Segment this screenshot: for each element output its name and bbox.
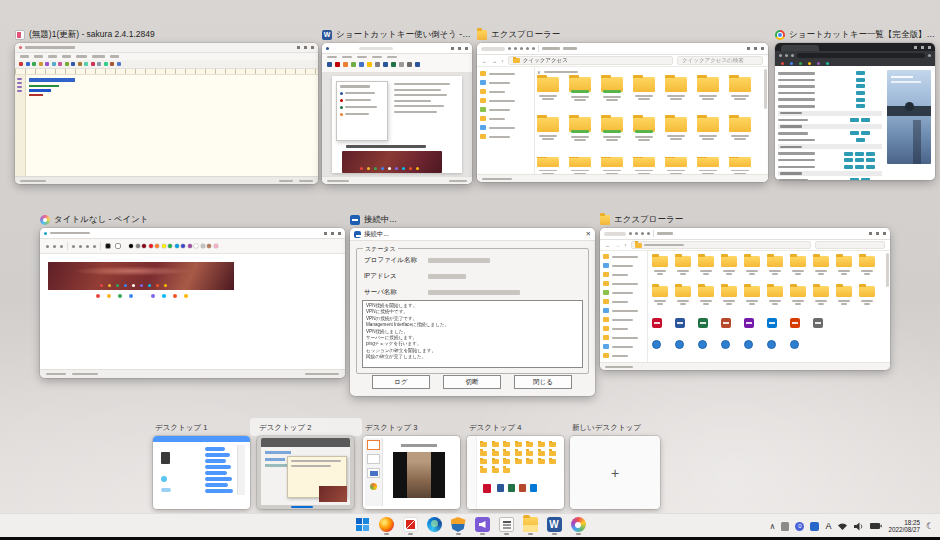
folder-item[interactable] <box>859 256 875 275</box>
folder-item[interactable] <box>569 117 591 141</box>
firefox-taskbar-button[interactable] <box>378 517 394 535</box>
folder-item[interactable] <box>675 286 691 305</box>
shortcut-icon[interactable] <box>790 340 799 349</box>
volume-icon[interactable] <box>854 522 864 531</box>
edge-taskbar-button[interactable] <box>426 517 442 535</box>
scrollbar[interactable] <box>886 253 889 287</box>
nav-item[interactable] <box>477 123 534 132</box>
ime-indicator[interactable]: A <box>825 521 831 531</box>
folder-item[interactable] <box>836 256 852 275</box>
bookmark-favicon[interactable] <box>781 62 784 65</box>
word-taskbar-button[interactable] <box>546 517 562 535</box>
folder-item[interactable] <box>601 77 623 101</box>
desktop-2-thumbnail[interactable] <box>257 436 354 509</box>
address-bar[interactable] <box>797 53 925 58</box>
focus-assist-moon-icon[interactable]: ☾ <box>926 521 934 531</box>
folder-item[interactable] <box>652 286 668 305</box>
purple-taskbar-button[interactable] <box>474 517 490 535</box>
window-card-explorer1[interactable]: エクスプローラー ← → ↑ クイックアクセス クイックアクセスの検索 <box>477 27 768 182</box>
folder-item[interactable] <box>675 256 691 275</box>
palette-color[interactable] <box>188 244 192 248</box>
shortcut-icon[interactable] <box>698 340 707 349</box>
folder-item[interactable] <box>721 256 737 275</box>
folder-item[interactable] <box>790 286 806 305</box>
bookmark-favicon[interactable] <box>799 62 802 65</box>
palette-color[interactable] <box>129 244 133 248</box>
nav-item[interactable] <box>600 270 647 279</box>
tray-chevron-icon[interactable]: ∧ <box>770 522 776 531</box>
teams-tray-icon[interactable]: 0 <box>795 522 804 531</box>
desktop-1-thumbnail[interactable] <box>153 436 250 509</box>
office-file-icon[interactable] <box>767 318 777 328</box>
nav-item[interactable] <box>600 261 647 270</box>
palette-color[interactable] <box>175 244 179 248</box>
palette-color[interactable] <box>181 244 185 248</box>
forward-icon[interactable]: → <box>492 58 498 64</box>
bookmark-favicon[interactable] <box>817 62 820 65</box>
wifi-icon[interactable] <box>837 522 848 531</box>
desktop-4-thumbnail[interactable] <box>467 436 564 509</box>
nav-item[interactable] <box>600 288 647 297</box>
palette-color[interactable] <box>142 244 146 248</box>
office-file-icon[interactable] <box>698 318 708 328</box>
folder-item[interactable] <box>601 157 623 174</box>
folder-item[interactable] <box>721 286 737 305</box>
window-card-explorer2[interactable]: エクスプローラー ←→↑ <box>600 212 890 370</box>
folder-item[interactable] <box>813 286 829 305</box>
nav-item[interactable] <box>477 114 534 123</box>
window-card-sakura[interactable]: (無題)1(更新) - sakura 2.4.1.2849 <box>15 27 318 184</box>
folder-item[interactable] <box>767 256 783 275</box>
folder-item[interactable] <box>633 77 655 101</box>
app-tray-icon[interactable] <box>810 522 819 531</box>
palette-color[interactable] <box>194 244 198 248</box>
usb-tray-icon[interactable] <box>781 522 789 531</box>
nav-item[interactable] <box>477 78 534 87</box>
nav-item[interactable] <box>477 69 534 78</box>
palette-color[interactable] <box>214 244 218 248</box>
folder-item[interactable] <box>665 77 687 101</box>
folder-item[interactable] <box>697 157 719 174</box>
nav-item[interactable] <box>600 333 647 342</box>
folder-item[interactable] <box>537 157 559 174</box>
office-file-icon[interactable] <box>813 318 823 328</box>
folder-item[interactable] <box>698 256 714 275</box>
folder-item[interactable] <box>697 77 719 101</box>
scrollbar[interactable] <box>764 69 767 109</box>
folder-item[interactable] <box>665 117 687 141</box>
battery-icon[interactable] <box>870 522 882 530</box>
folder-item[interactable] <box>836 286 852 305</box>
window-thumbnail-word[interactable] <box>322 43 472 184</box>
desktop-4[interactable]: デスクトップ 4 <box>467 421 564 511</box>
shortcut-icon[interactable] <box>721 340 730 349</box>
palette-color[interactable] <box>136 244 140 248</box>
close-icon[interactable]: ✕ <box>586 230 591 238</box>
folder-item[interactable] <box>633 117 655 141</box>
folder-item[interactable] <box>601 117 623 141</box>
palette-color[interactable] <box>162 244 166 248</box>
window-card-vpn-dialog[interactable]: 接続中... 接続中... ✕ ステータス プロファイル名称 IPアドレス サー… <box>350 212 595 396</box>
window-thumbnail-browser[interactable] <box>775 43 935 180</box>
clock[interactable]: 18:25 2022/08/27 <box>888 519 920 534</box>
nav-item[interactable] <box>600 252 647 261</box>
desktop-1[interactable]: デスクトップ 1 <box>153 421 250 511</box>
window-thumbnail-explorer1[interactable]: ← → ↑ クイックアクセス クイックアクセスの検索 ∨ <box>477 43 768 182</box>
disconnect-button[interactable]: 切断 <box>443 375 501 389</box>
shield-taskbar-button[interactable] <box>450 517 466 535</box>
address-bar[interactable]: クイックアクセス <box>508 56 673 65</box>
mailred-taskbar-button[interactable] <box>402 517 418 535</box>
bookmark-favicon[interactable] <box>826 62 829 65</box>
nav-item[interactable] <box>600 306 647 315</box>
nav-item[interactable] <box>600 351 647 360</box>
desktop-2[interactable]: デスクトップ 2 <box>257 421 354 511</box>
folder-item[interactable] <box>790 256 806 275</box>
folder-item[interactable] <box>729 77 751 101</box>
folder-item[interactable] <box>537 117 559 141</box>
nav-item[interactable] <box>600 324 647 333</box>
log-button[interactable]: ログ <box>372 375 430 389</box>
shortcut-icon[interactable] <box>675 340 684 349</box>
folder-item[interactable] <box>697 117 719 141</box>
up-icon[interactable]: ↑ <box>501 58 504 64</box>
notepad-taskbar-button[interactable] <box>498 517 514 535</box>
window-thumbnail-sakura[interactable] <box>15 43 318 184</box>
color2-swatch[interactable] <box>115 243 121 249</box>
